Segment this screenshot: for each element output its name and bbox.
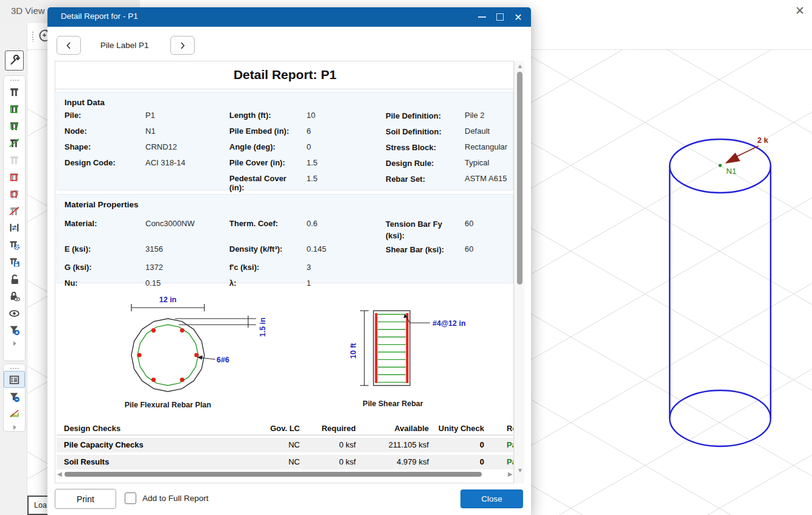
filter-apply-icon[interactable] — [4, 321, 25, 338]
input-row: Node:N1 Pile Embed (in):6 Soil Definitio… — [57, 126, 513, 142]
pile-cylinder[interactable] — [670, 139, 771, 446]
expand-arrow-icon[interactable] — [4, 338, 25, 349]
checks-row-pile-capacity[interactable]: Pile Capacity Checks NC 0 ksf 211.105 ks… — [57, 438, 513, 452]
input-data-panel: Input Data Pile:P1 Length (ft):10 Pile D… — [57, 92, 513, 190]
box-select-icon[interactable] — [4, 100, 25, 117]
shear-caption: Pile Shear Rebar — [332, 399, 454, 408]
heading-divider — [55, 89, 514, 89]
material-properties-title: Material Properties — [64, 200, 139, 209]
select-frame-icon[interactable] — [4, 83, 25, 100]
material-row: E (ksi):3156 Density (k/ft³):0.145 Shear… — [57, 244, 513, 260]
next-pile-button[interactable] — [170, 36, 195, 55]
lock-visibility-icon[interactable] — [4, 287, 25, 304]
maximize-button[interactable] — [491, 7, 509, 27]
group-drag-handle-2[interactable] — [10, 366, 19, 371]
rebar-bars — [137, 328, 198, 382]
add-to-full-report-label: Add to Full Report — [142, 494, 209, 503]
pile-navigation-bar: Pile Label P1 — [47, 27, 531, 61]
checks-row-soil-results[interactable]: Soil Results NC 0 ksf 4.979 ksf 0 Pa — [57, 455, 513, 469]
toolbar-drag-handle[interactable] — [30, 31, 35, 42]
pile-label: Pile Label P1 — [100, 41, 149, 50]
shear-rebar-diagram: 10 ft #4@12 in — [347, 291, 481, 401]
input-row: Design Code:ACI 318-14 Pile Cover (in):1… — [57, 158, 513, 174]
close-button[interactable]: Close — [460, 489, 523, 508]
view-close-icon[interactable]: ✕ — [793, 4, 807, 18]
frame-save-icon[interactable] — [4, 253, 25, 270]
horizontal-scroll-thumb[interactable] — [64, 472, 482, 477]
flexural-width-dim: 12 in — [159, 296, 177, 304]
vertical-scrollbar[interactable]: ▲ ▼ — [514, 61, 524, 483]
tools-button[interactable] — [5, 50, 24, 71]
input-row: Pedestal Cover (in):1.5 Rebar Set:ASTM A… — [57, 174, 513, 190]
report-body: Detail Report: P1 Input Data Pile:P1 Len… — [55, 61, 514, 483]
load-value-label: 2 k — [757, 136, 769, 145]
close-window-button[interactable]: ✕ — [509, 7, 527, 27]
report-tool-group — [3, 364, 26, 432]
dialog-title-bar[interactable]: Detail Report for - P1 ✕ — [47, 7, 531, 27]
tab-3d-view-label: 3D View — [11, 5, 45, 16]
group-drag-handle[interactable] — [10, 78, 19, 83]
tie-ring — [137, 325, 198, 385]
scroll-right-icon[interactable]: ▶ — [508, 471, 513, 477]
node-marker[interactable]: N1 — [718, 164, 736, 176]
scroll-up-icon[interactable]: ▲ — [517, 63, 523, 69]
add-to-full-report-checkbox[interactable] — [125, 493, 136, 504]
wrench-icon — [9, 54, 21, 68]
polygon-select-icon[interactable] — [4, 117, 25, 134]
visibility-icon[interactable] — [4, 304, 25, 321]
node-label: N1 — [726, 167, 737, 176]
filter-remove-icon[interactable] — [4, 388, 25, 405]
expand-arrow-icon-2[interactable] — [4, 422, 25, 433]
shear-ties — [378, 314, 406, 382]
polygon-unselect-icon[interactable] — [4, 185, 25, 202]
scroll-left-icon[interactable]: ◀ — [57, 471, 62, 477]
box-unselect-icon[interactable] — [4, 168, 25, 185]
shear-height-dim: 10 ft — [349, 342, 358, 359]
flexural-rebar-diagram: 12 in 1.5 in — [107, 291, 296, 401]
close-icon: ✕ — [514, 12, 522, 23]
shear-bar-callout: #4@12 in — [432, 319, 466, 328]
flexural-cover-dim: 1.5 in — [259, 317, 267, 337]
detail-report-dialog: Detail Report for - P1 ✕ Pile Label P1 D… — [47, 7, 531, 515]
input-data-title: Input Data — [64, 98, 105, 107]
line-select-icon[interactable] — [4, 134, 25, 151]
material-row: Material:Conc3000NW Therm. Coef:0.6 Tens… — [57, 219, 513, 235]
pile-outline — [131, 319, 204, 392]
input-row: Pile:P1 Length (ft):10 Pile Definition:P… — [57, 111, 513, 126]
member-spacing-icon[interactable] — [4, 219, 25, 236]
material-row: G (ksi):1372 f'c (ksi):3 — [57, 263, 513, 278]
frame-settings-icon[interactable] — [4, 236, 25, 253]
dialog-title: Detail Report for - P1 — [61, 12, 138, 21]
chevron-left-icon — [64, 41, 73, 50]
chevron-right-icon — [178, 41, 187, 50]
vertical-scroll-thumb[interactable] — [517, 72, 522, 285]
scroll-down-icon[interactable]: ▼ — [517, 467, 523, 474]
input-row: Shape:CRND12 Angle (deg):0 Stress Block:… — [57, 142, 513, 158]
line-unselect-icon[interactable] — [4, 202, 25, 219]
left-toolbar-rail — [0, 23, 27, 515]
unselect-frame-icon[interactable] — [4, 151, 25, 168]
detail-report-icon[interactable] — [4, 371, 25, 388]
checks-header-row: Design Checks Gov. LC Required Available… — [57, 421, 513, 435]
selection-tool-group — [3, 75, 26, 361]
dialog-footer: Print Add to Full Report Close — [47, 483, 531, 515]
print-button[interactable]: Print — [55, 489, 116, 509]
minimize-icon — [478, 16, 486, 18]
report-heading: Detail Report: P1 — [55, 67, 514, 82]
maximize-icon — [496, 13, 504, 21]
horizontal-scrollbar[interactable]: ◀ ▶ — [57, 470, 513, 479]
previous-pile-button[interactable] — [57, 36, 81, 55]
minimize-button[interactable] — [473, 7, 491, 27]
flexural-bar-callout: 6#6 — [217, 356, 229, 364]
material-properties-panel: Material Properties Material:Conc3000NW … — [57, 194, 513, 283]
unlock-icon[interactable] — [4, 270, 25, 287]
application-window: 3D View ✕ — [0, 0, 812, 515]
flexural-caption: Pile Flexural Rebar Plan — [107, 401, 229, 409]
result-contour-icon[interactable] — [4, 405, 25, 422]
